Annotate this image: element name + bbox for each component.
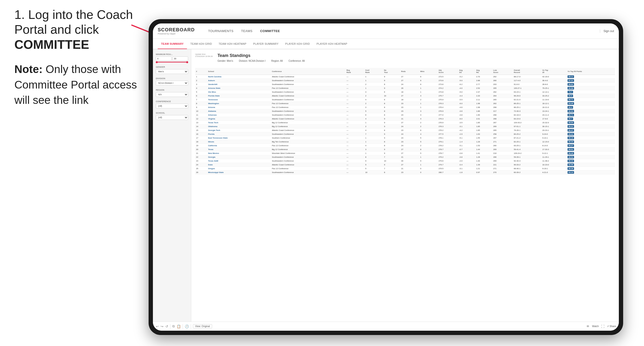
conference-label: Conference (156, 100, 188, 103)
table-cell: 9 (383, 125, 400, 129)
redo-icon[interactable]: ↪ (160, 325, 164, 328)
table-cell: 1 (419, 90, 438, 94)
table-cell: -5.5 (458, 98, 475, 102)
table-cell: 1.85 (475, 125, 492, 129)
table-cell: 216 (492, 152, 513, 155)
refresh-icon[interactable]: ↺ (165, 325, 168, 328)
table-cell: 5 (195, 90, 207, 94)
region-select[interactable]: N/A (156, 92, 188, 97)
sub-nav-team-h2h-heatmap[interactable]: TEAM H2H HEATMAP (215, 39, 250, 49)
sign-out-link[interactable]: Sign out (600, 29, 614, 33)
share-btn[interactable]: ↗ Share (607, 325, 616, 328)
table-cell: 268 (492, 113, 513, 117)
table-cell: 91-6-0 (513, 83, 542, 86)
table-cell: 2.37 (475, 90, 492, 94)
table-cell: 9 (383, 148, 400, 152)
gender-select[interactable]: Men's Women's (156, 69, 188, 74)
table-row: 20TexasBig 12 Conference—39278278.7-0.71… (195, 148, 615, 152)
table-cell: 1.39 (475, 163, 492, 167)
sub-nav-team-summary[interactable]: TEAM SUMMARY (158, 39, 187, 49)
sub-nav-player-h2h-grid[interactable]: PLAYER H2H GRID (282, 39, 313, 49)
table-cell: 9 (383, 152, 400, 155)
table-cell: 0.97 (475, 171, 492, 174)
school-select[interactable]: (All) (156, 115, 188, 120)
table-cell: -1.4 (458, 140, 475, 144)
table-cell: 68.54 (566, 155, 615, 159)
table-cell: Big 12 Conference (271, 125, 346, 129)
table-cell: 266 (492, 155, 513, 159)
table-cell: 2 (419, 125, 438, 129)
table-cell: 23 (400, 113, 419, 117)
table-cell: 267 (492, 136, 513, 140)
table-cell: California (207, 144, 271, 148)
table-cell: 4 (364, 98, 383, 102)
table-cell: 10 (195, 109, 207, 113)
undo-icon[interactable]: ↩ (156, 325, 159, 328)
table-cell: 80.71 (566, 98, 615, 102)
col-no-tour: NoTour (383, 68, 400, 75)
table-cell: Washington (207, 102, 271, 106)
nav-teams[interactable]: TEAMS (237, 27, 256, 35)
sidebar-region: Region N/A (156, 89, 188, 97)
table-cell: 76-26-1 (513, 129, 542, 132)
table-cell: 4 (419, 117, 438, 121)
table-cell: 24 (400, 125, 419, 129)
min-rounds-min[interactable] (156, 56, 172, 61)
table-cell: 2 (419, 98, 438, 102)
nav-committee[interactable]: COMMITTEE (256, 27, 284, 35)
sub-nav-player-h2h-heatmap[interactable]: PLAYER H2H HEATMAP (313, 39, 351, 49)
nav-tournaments[interactable]: TOURNAMENTS (204, 27, 237, 35)
table-area: Update time: 27/03/2024 16:56:26 Team St… (191, 49, 619, 322)
clipboard-icon[interactable]: 📋 (177, 325, 181, 328)
sub-nav-team-h2h-grid[interactable]: TEAM H2H GRID (187, 39, 215, 49)
table-row: 10AlabamaSoutheastern Conference—5823327… (195, 109, 615, 113)
table-cell: 63-15-1 (513, 90, 542, 94)
table-cell: 2.52 (475, 86, 492, 90)
view-original-btn[interactable]: View: Original (193, 324, 212, 328)
expand-icon[interactable]: ⛶ (601, 325, 604, 328)
col-conf-rank: ConfRank (364, 68, 383, 75)
table-row: 22GeorgiaSoutheastern Conference—8721127… (195, 155, 615, 159)
table-cell: -5.0 (458, 90, 475, 94)
division-filter: Division: NCAA Division I (239, 60, 266, 62)
app-navbar: SCOREBOARD Powered by clippd TOURNAMENTS… (153, 23, 619, 39)
table-cell: 1 (419, 155, 438, 159)
table-cell: Pac-12 Conference (271, 106, 346, 109)
watch-btn[interactable]: Watch (592, 325, 599, 328)
table-cell: 7 (195, 98, 207, 102)
table-cell: — (346, 148, 364, 152)
table-cell: 8-14-0 (542, 144, 567, 148)
table-cell: 17 (195, 136, 207, 140)
col-rnds: Rnds (400, 68, 419, 75)
table-cell: -3.8 (458, 155, 475, 159)
table-cell: 17-9-0 (542, 117, 567, 121)
table-row: 17East Tennessee StateSouthern Conferenc… (195, 136, 615, 140)
table-cell: 10 (364, 171, 383, 174)
table-cell: 80.98 (566, 86, 615, 90)
table-cell: 27 (400, 79, 419, 83)
table-row: 3VanderbiltSoutheastern Conference—28246… (195, 83, 615, 86)
table-cell: Texas (207, 148, 271, 152)
table-cell: 80.21 (566, 125, 615, 129)
table-cell: 8 (364, 155, 383, 159)
table-cell: 86.64 (566, 83, 615, 86)
table-cell: 269 (492, 159, 513, 163)
clock-icon[interactable]: 🕐 (185, 325, 189, 328)
copy-icon[interactable]: ⧉ (172, 324, 175, 328)
min-rounds-max[interactable] (172, 56, 188, 61)
table-cell: 23 (400, 109, 419, 113)
table-cell: Southeastern Conference (271, 90, 346, 94)
table-cell: 11-29-1 (542, 155, 567, 159)
table-cell: 68.42 (566, 159, 615, 163)
table-cell: 9 (383, 86, 400, 90)
table-cell: Southeastern Conference (271, 113, 346, 117)
table-cell: 8 (383, 144, 400, 148)
division-label: Division (156, 77, 188, 80)
sub-nav-player-summary[interactable]: PLAYER SUMMARY (250, 39, 282, 49)
division-select[interactable]: NCAA Division I (156, 81, 188, 85)
table-cell: Pac-12 Conference (271, 167, 346, 171)
table-cell: -4.6 (458, 106, 475, 109)
table-cell: — (346, 129, 364, 132)
conference-select[interactable]: (All) (156, 104, 188, 108)
table-cell: 262 (492, 102, 513, 106)
